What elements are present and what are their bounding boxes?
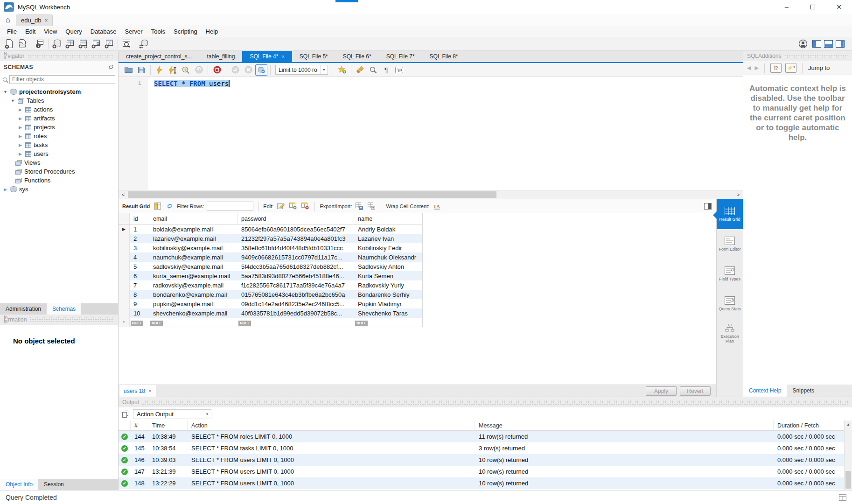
collapse-arrow-icon[interactable]: ▼ <box>10 98 15 103</box>
editor-tab-table-filling[interactable]: table_filling <box>199 51 242 62</box>
maximize-button[interactable] <box>800 0 826 14</box>
find-button[interactable] <box>367 64 379 76</box>
column-header-time[interactable]: Time <box>148 420 188 430</box>
table-row[interactable]: 6 kurta_semen@example.mail 5aa7583d93d80… <box>119 271 422 280</box>
scroll-right-icon[interactable]: > <box>733 192 743 197</box>
toggle-right-sidebar-button[interactable] <box>836 40 845 48</box>
search-table-data-button[interactable] <box>120 38 133 50</box>
output-view-selector[interactable]: Action Output ▼ <box>133 409 211 419</box>
schema-filter-input[interactable] <box>9 75 115 84</box>
tree-item-table-actions[interactable]: ▶ actions <box>0 105 118 114</box>
minimize-button[interactable]: – <box>774 0 800 14</box>
copy-output-icon[interactable] <box>122 411 129 418</box>
sql-code-editor[interactable]: 1 SELECT * FROM users <box>119 77 743 190</box>
table-row[interactable]: 8 bondarenko@example.mail 015765081e643c… <box>119 290 422 299</box>
close-result-set-icon[interactable]: × <box>148 388 152 394</box>
tab-administration[interactable]: Administration <box>0 303 47 315</box>
scroll-left-icon[interactable]: < <box>119 192 128 197</box>
save-snippet-button[interactable] <box>336 64 348 76</box>
view-tab-field-types[interactable]: Field Types <box>717 259 743 289</box>
menu-database[interactable]: Database <box>86 28 121 35</box>
dropdown-arrow-icon[interactable]: ▼ <box>320 65 328 74</box>
table-row[interactable]: 7 radkovskiy@example.mail f1c2825567c861… <box>119 280 422 290</box>
delete-row-icon[interactable] <box>300 202 310 211</box>
tree-item-table-tasks[interactable]: ▶ tasks <box>0 140 118 149</box>
table-row[interactable]: 3 kobilinskiy@example.mail 358e8c61bfd4d… <box>119 243 422 252</box>
jump-to-label[interactable]: Jump to <box>808 64 830 71</box>
tree-item-schema-projectcontrolsystem[interactable]: ▼ projectcontrolsystem <box>0 87 118 96</box>
menu-view[interactable]: View <box>40 28 61 35</box>
create-schema-button[interactable] <box>50 38 63 50</box>
show-invisible-characters-button[interactable]: ¶ <box>380 64 392 76</box>
toggle-automatic-help-button[interactable]: ⚡ ? <box>785 63 796 73</box>
stop-query-button[interactable] <box>193 64 205 76</box>
menu-edit[interactable]: Edit <box>21 28 40 35</box>
toggle-stop-on-error-button[interactable] <box>211 64 223 76</box>
table-row[interactable]: ▶ 1 boldak@example.mail 85064efb60a96018… <box>119 224 422 234</box>
inspector-button[interactable] <box>33 38 46 50</box>
tree-item-table-projects[interactable]: ▶ projects <box>0 123 118 132</box>
expand-arrow-icon[interactable]: ▶ <box>18 143 23 147</box>
output-row[interactable]: ✓ 146 10:39:03 SELECT * FROM users LIMIT… <box>119 454 852 466</box>
collapse-arrow-icon[interactable]: ▼ <box>3 90 8 94</box>
output-vertical-scrollbar[interactable]: ▲ <box>844 420 852 490</box>
result-set-tab-users[interactable]: users 18 × <box>119 385 156 397</box>
revert-button[interactable]: Revert <box>680 386 711 396</box>
menu-file[interactable]: File <box>3 28 21 35</box>
commit-button[interactable] <box>229 64 241 76</box>
manual-context-help-button[interactable]: I? <box>770 63 782 73</box>
table-row[interactable]: 5 sadlovskiy@example.mail 5f4dcc3b5aa765… <box>119 262 422 271</box>
tree-item-table-artifacts[interactable]: ▶ artifacts <box>0 114 118 123</box>
toggle-left-sidebar-button[interactable] <box>812 40 821 48</box>
filter-rows-input[interactable] <box>207 202 253 210</box>
execute-query-button[interactable] <box>154 64 166 76</box>
create-view-button[interactable] <box>77 38 90 50</box>
create-function-button[interactable] <box>103 38 116 50</box>
output-row[interactable]: ✓ 144 10:38:49 SELECT * FROM roles LIMIT… <box>119 431 852 442</box>
output-row[interactable]: ✓ 148 13:22:29 SELECT * FROM users LIMIT… <box>119 477 852 489</box>
toggle-output-area-button[interactable] <box>824 40 833 48</box>
editor-tab-sql-file-5[interactable]: SQL File 5* <box>292 51 335 62</box>
view-tab-form-editor[interactable]: Form Editor <box>717 229 743 259</box>
column-header-index[interactable]: # <box>131 420 148 430</box>
scroll-up-icon[interactable]: ▲ <box>845 420 852 428</box>
editor-tab-sql-file-8[interactable]: SQL File 8* <box>422 51 466 62</box>
tab-schemas[interactable]: Schemas <box>47 303 81 315</box>
import-recordset-icon[interactable] <box>367 202 376 211</box>
tab-session[interactable]: Session <box>38 479 70 490</box>
column-header-password[interactable]: password <box>237 213 354 224</box>
column-header-id[interactable]: id <box>130 213 149 224</box>
toggle-word-wrap-button[interactable] <box>393 64 405 76</box>
menu-server[interactable]: Server <box>120 28 147 35</box>
editor-layout-icon[interactable] <box>839 494 846 501</box>
wrap-cell-content-icon[interactable]: IA <box>432 202 441 211</box>
view-tab-result-grid[interactable]: Result Grid <box>717 199 743 229</box>
open-script-button[interactable] <box>122 64 134 76</box>
editor-horizontal-scrollbar[interactable]: < > <box>119 190 743 199</box>
expand-arrow-icon[interactable]: ▶ <box>18 134 23 139</box>
new-sql-tab-button[interactable] <box>3 38 16 50</box>
output-row[interactable]: ✓ 147 13:21:39 SELECT * FROM users LIMIT… <box>119 466 852 477</box>
editor-tab-create-project-control[interactable]: create_project_control_s... <box>119 51 199 62</box>
connection-tab-edu-db[interactable]: edu_db × <box>16 14 53 26</box>
create-table-button[interactable] <box>63 38 77 50</box>
menu-help[interactable]: Help <box>202 28 223 35</box>
insert-row-icon[interactable] <box>288 202 298 211</box>
open-sql-script-button[interactable] <box>16 38 29 50</box>
view-tab-query-stats[interactable]: Query Stats <box>717 289 743 319</box>
toggle-autocommit-button[interactable] <box>255 64 267 76</box>
expand-arrow-icon[interactable]: ▶ <box>18 125 23 130</box>
table-row[interactable]: 9 pupkin@example.mail 09dd1c14e2ad468235… <box>119 299 422 308</box>
account-icon[interactable] <box>796 38 810 50</box>
append-row[interactable]: * NULL NULL NULL NULL <box>119 318 422 327</box>
expand-arrow-icon[interactable]: ▶ <box>3 187 8 192</box>
execute-current-statement-button[interactable] <box>167 64 179 76</box>
table-row[interactable]: 10 shevchenko@example.mail 40f0335781b1d… <box>119 308 422 318</box>
table-row[interactable]: 4 naumchuk@example.mail 9409c06682615731… <box>119 252 422 262</box>
tree-item-table-roles[interactable]: ▶ roles <box>0 132 118 140</box>
beautify-query-button[interactable] <box>354 64 366 76</box>
scrollbar-thumb[interactable] <box>845 471 851 489</box>
apply-button[interactable]: Apply <box>646 386 677 396</box>
explain-plan-button[interactable] <box>180 64 192 76</box>
context-help-back-icon[interactable]: ◀ <box>747 65 751 71</box>
